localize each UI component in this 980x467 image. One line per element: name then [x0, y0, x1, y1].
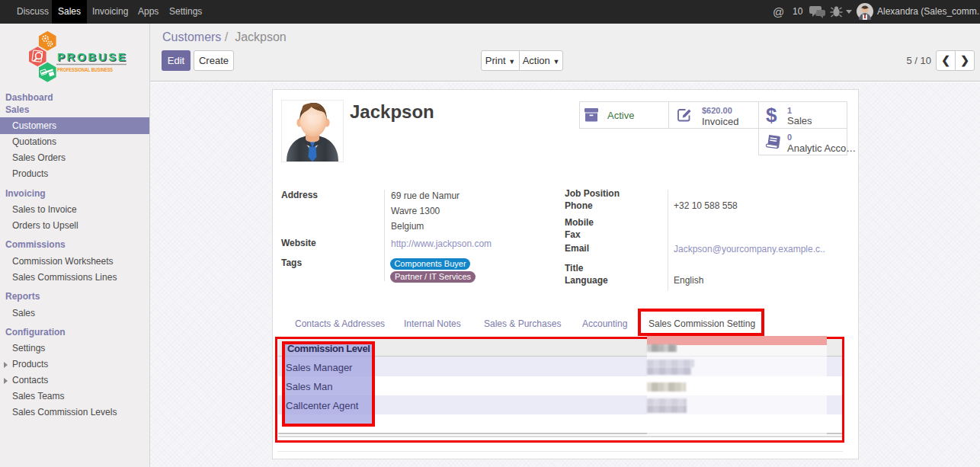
svg-text:PROBUSE: PROBUSE: [57, 50, 127, 63]
svg-text:PROFESSIONAL BUSINESS: PROFESSIONAL BUSINESS: [57, 66, 113, 73]
